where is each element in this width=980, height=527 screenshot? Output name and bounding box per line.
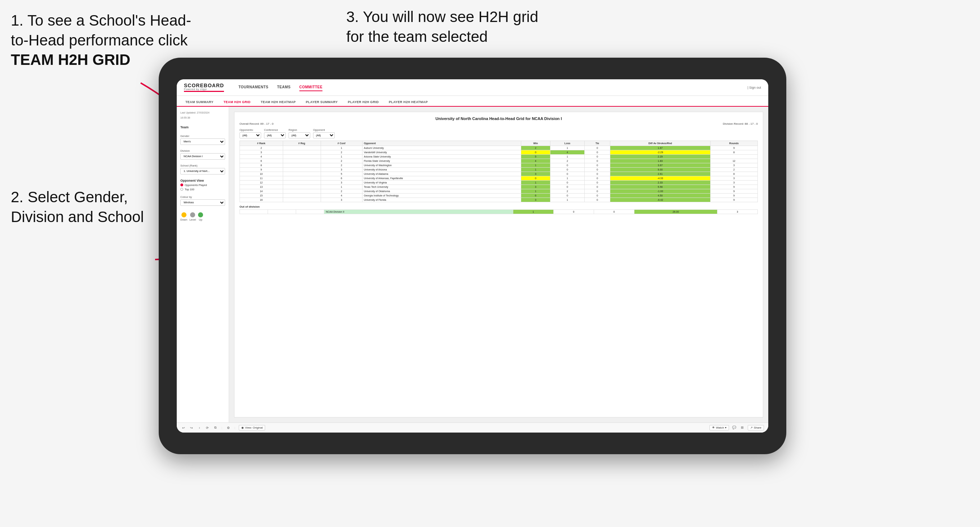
view-original-btn[interactable]: ◉ View: Original (239, 425, 265, 430)
filter-region: Region (All) (288, 128, 310, 138)
conference-filter-select[interactable]: (All) (264, 132, 286, 138)
sub-nav-team-h2h-grid[interactable]: TEAM H2H GRID (222, 98, 252, 107)
table-row: 12 3 University of Virginia 1 0 0 2.33 3 (240, 181, 758, 185)
radio-dot-empty (180, 188, 183, 191)
nav-tournaments[interactable]: TOURNAMENTS (239, 84, 268, 91)
table-row: 11 6 University of Arkansas, Fayettevill… (240, 176, 758, 181)
opponent-filter-select[interactable]: (All) (313, 132, 335, 138)
school-select[interactable]: 1. University of Nort... (180, 168, 225, 175)
h2h-container: University of North Carolina Head-to-Hea… (234, 112, 763, 417)
toolbar-right: 👁 Watch ▾ 💬 ⊞ ↗ Share (710, 425, 764, 430)
table-row: 6 2 Florida State University 4 2 0 1.83 … (240, 159, 758, 163)
main-content: Last Updated: 27/03/2024 16:55:38 Team G… (177, 107, 768, 422)
colour-legend: Down Level Up (180, 212, 225, 221)
sub-nav-player-h2h-grid[interactable]: PLAYER H2H GRID (346, 98, 380, 106)
team-section: Team (180, 125, 225, 130)
watch-btn[interactable]: 👁 Watch ▾ (710, 425, 729, 430)
out-of-division-table: NCAA Division II 1 0 0 26.00 3 (240, 210, 758, 214)
bottom-toolbar: ↩ ↪ ‹ ⟳ ⧉ | ⚙ | ◉ View: Original 👁 Watch… (177, 422, 768, 433)
colour-up (198, 212, 203, 217)
nav-committee[interactable]: COMMITTEE (299, 84, 323, 91)
col-loss: Loss (550, 141, 585, 146)
col-win: Win (521, 141, 550, 146)
settings-icon[interactable]: ⚙ (226, 425, 231, 430)
opponent-view-radio: Opponents Played Top 100 (180, 184, 225, 191)
division-section: Division NCAA Division I (180, 149, 225, 160)
refresh-icon[interactable]: ⟳ (205, 425, 210, 430)
h2h-title: University of North Carolina Head-to-Hea… (240, 116, 758, 121)
table-row: 9 3 University of Arizona 1 0 0 9.00 2 (240, 168, 758, 172)
logo-area: SCOREBOARD Powered by clippi (184, 83, 224, 92)
nav-items: TOURNAMENTS TEAMS COMMITTEE (239, 84, 737, 91)
update-info: Last Updated: 27/03/2024 16:55:38 (180, 111, 225, 121)
table-row: 15 4 Georgia Institute of Technology 6 0… (240, 194, 758, 198)
colour-down (181, 212, 186, 217)
sub-nav: TEAM SUMMARY TEAM H2H GRID TEAM H2H HEAT… (177, 96, 768, 107)
h2h-table: # Rank # Reg # Conf Opponent Win Loss Ti… (240, 141, 758, 202)
col-rounds: Rounds (710, 141, 757, 146)
sub-nav-player-h2h-heatmap[interactable]: PLAYER H2H HEATMAP (387, 98, 429, 106)
opponent-view-section: Opponent View Opponents Played Top 100 (180, 179, 225, 191)
logo-bar (184, 91, 224, 92)
radio-opponents-played[interactable]: Opponents Played (180, 184, 225, 187)
filter-conference: Conference (All) (264, 128, 286, 138)
h2h-records: Overall Record: 89 - 17 - 0 Division Rec… (240, 122, 758, 125)
table-row: 16 3 University of Florida 3 1 0 -6.42 9 (240, 198, 758, 202)
annotation-step2: 2. Select Gender, Division and School (11, 187, 162, 227)
app-header: SCOREBOARD Powered by clippi TOURNAMENTS… (177, 79, 768, 96)
sub-nav-team-summary[interactable]: TEAM SUMMARY (184, 98, 215, 106)
share-icon: ↗ (750, 426, 753, 429)
gender-section: Gender Men's (180, 135, 225, 145)
gender-select[interactable]: Men's (180, 138, 225, 145)
undo-icon[interactable]: ↩ (181, 425, 186, 430)
logo-sub: Powered by clippi (184, 88, 207, 90)
sub-nav-player-summary[interactable]: PLAYER SUMMARY (304, 98, 339, 106)
division-select[interactable]: NCAA Division I (180, 153, 225, 160)
table-row: 2 1 Auburn University 2 1 0 1.67 9 (240, 146, 758, 150)
right-content: University of North Carolina Head-to-Hea… (229, 107, 768, 422)
annotation-step3: 3. You will now see H2H grid for the tea… (346, 7, 555, 46)
logo-text: SCOREBOARD (184, 83, 224, 88)
col-conf: # Conf (321, 141, 362, 146)
col-reg: # Reg (283, 141, 321, 146)
grid-icon[interactable]: ⊞ (740, 425, 745, 430)
sep1: | (221, 426, 222, 429)
sign-out[interactable]: | Sign out (747, 86, 761, 89)
radio-dot-filled (180, 184, 183, 186)
out-of-division-label: Out of division (240, 205, 758, 208)
colour-level (190, 212, 195, 217)
sub-nav-team-h2h-heatmap[interactable]: TEAM H2H HEATMAP (259, 98, 297, 106)
redo-icon[interactable]: ↪ (189, 425, 194, 430)
table-row: 3 2 Vanderbilt University 0 4 0 -2.29 8 (240, 150, 758, 155)
left-panel: Last Updated: 27/03/2024 16:55:38 Team G… (177, 107, 229, 422)
colour-by-section: Colour by Win/loss (180, 195, 225, 206)
nav-teams[interactable]: TEAMS (277, 84, 291, 91)
copy-icon[interactable]: ⧉ (213, 425, 218, 430)
region-filter-select[interactable]: (All) (288, 132, 310, 138)
sep2: | (234, 426, 235, 429)
filter-row: Opponents: (All) Conference (All) (240, 128, 758, 138)
col-tie: Tie (584, 141, 610, 146)
table-row: 8 2 University of Washington 1 0 0 3.67 … (240, 163, 758, 168)
tablet: SCOREBOARD Powered by clippi TOURNAMENTS… (159, 58, 786, 454)
table-row: 10 5 University of Alabama 3 0 0 2.61 8 (240, 172, 758, 176)
table-row: 14 2 University of Oklahoma 1 2 0 -1.00 … (240, 189, 758, 194)
col-diff: Diff Av Strokes/Rnd (610, 141, 711, 146)
filter-opponent: Opponent (All) (313, 128, 335, 138)
table-row: 4 1 Arizona State University 5 1 0 2.29 (240, 155, 758, 159)
back-icon[interactable]: ‹ (197, 425, 202, 430)
chat-icon[interactable]: 💬 (732, 425, 737, 430)
col-rank: # Rank (240, 141, 283, 146)
colour-by-select[interactable]: Win/loss (180, 199, 225, 206)
table-row: 13 1 Texas Tech University 3 0 0 5.56 9 (240, 185, 758, 189)
eye-icon: 👁 (712, 426, 715, 429)
school-section: School (Rank) 1. University of Nort... (180, 164, 225, 175)
view-icon: ◉ (241, 426, 244, 429)
opponents-filter-select[interactable]: (All) (240, 132, 261, 138)
tablet-screen: SCOREBOARD Powered by clippi TOURNAMENTS… (177, 79, 768, 433)
out-of-division-row: NCAA Division II 1 0 0 26.00 3 (240, 210, 758, 214)
col-opponent: Opponent (362, 141, 521, 146)
share-btn[interactable]: ↗ Share (748, 425, 764, 430)
radio-top100[interactable]: Top 100 (180, 188, 225, 191)
filter-opponents: Opponents: (All) (240, 128, 261, 138)
